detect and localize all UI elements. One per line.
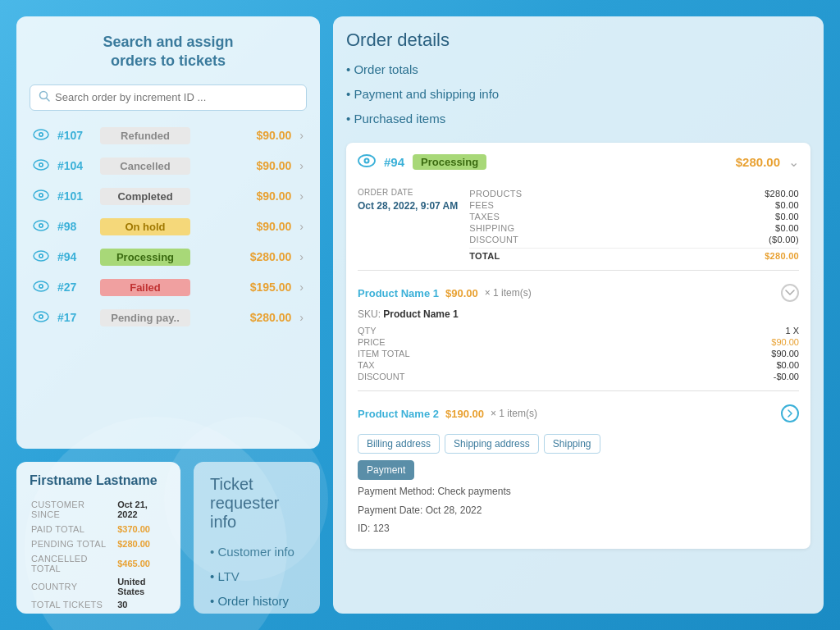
eye-icon xyxy=(33,218,49,235)
order-status-badge: Processing xyxy=(100,249,190,266)
eye-icon xyxy=(358,153,376,171)
order-number: #17 xyxy=(57,311,92,324)
customer-name: Firstname Lastname xyxy=(30,473,167,488)
order-status-badge: Cancelled xyxy=(100,158,190,175)
eye-icon xyxy=(33,188,49,205)
payment-info: Payment Method: Check payments Payment D… xyxy=(358,483,799,538)
qty-value: 1 x xyxy=(785,326,799,336)
order-card-status: Processing xyxy=(413,154,486,170)
order-amount: $90.00 xyxy=(257,220,292,233)
chevron-right-icon: › xyxy=(299,281,304,294)
shipping-value: $0.00 xyxy=(775,223,799,233)
order-row[interactable]: #101 Completed $90.00 › xyxy=(30,183,307,210)
search-box[interactable] xyxy=(30,84,307,111)
fees-value: $0.00 xyxy=(775,200,799,210)
order-date-label: ORDER DATE xyxy=(358,188,458,197)
order-list: #107 Refunded $90.00 › #104 C xyxy=(30,122,307,331)
taxes-value: $0.00 xyxy=(775,212,799,221)
total-tickets-value: 30 xyxy=(109,598,166,611)
ticket-requester-title: Ticket requester info xyxy=(210,475,304,532)
collapse-icon[interactable] xyxy=(781,284,799,302)
tax-value: $0.00 xyxy=(776,360,799,370)
svg-point-10 xyxy=(40,194,42,196)
billing-address-button[interactable]: Billing address xyxy=(358,434,440,454)
search-input[interactable] xyxy=(55,91,298,103)
qty-label: QTY xyxy=(358,326,377,336)
product2-price: $190.00 xyxy=(445,408,484,420)
shipping-address-button[interactable]: Shipping address xyxy=(445,434,539,454)
eye-icon xyxy=(33,279,49,296)
product2-row: Product Name 2 $190.00 × 1 item(s) xyxy=(358,399,799,427)
order-card-amount: $280.00 xyxy=(736,155,780,169)
order-amount: $90.00 xyxy=(257,189,292,203)
order-details-features: Order totals Payment and shipping info P… xyxy=(346,57,810,131)
order-number: #101 xyxy=(57,189,92,203)
item-total-value: $90.00 xyxy=(771,349,799,358)
product1-name: Product Name 1 xyxy=(358,287,439,299)
payment-button[interactable]: Payment xyxy=(358,460,414,480)
tax-detail-row: TAX $0.00 xyxy=(358,359,799,371)
order-row[interactable]: #98 On hold $90.00 › xyxy=(30,213,307,240)
chevron-right-icon: › xyxy=(299,311,304,324)
fees-label: FEES xyxy=(469,200,494,210)
product2-name: Product Name 2 xyxy=(358,408,439,420)
price-label: PRICE xyxy=(358,337,386,347)
fees-row: FEES $0.00 xyxy=(469,199,799,211)
qty-detail-row: QTY 1 x xyxy=(358,325,799,336)
order-amount: $195.00 xyxy=(250,281,292,294)
expand-icon[interactable] xyxy=(781,404,799,422)
pending-total-label: PENDING TOTAL xyxy=(31,537,107,550)
customer-since-label: CUSTOMER SINCE xyxy=(31,498,107,521)
ticket-info-panel: Ticket requester info Customer info LTV … xyxy=(194,462,320,614)
item-total-row: ITEM TOTAL $90.00 xyxy=(358,348,799,359)
svg-point-19 xyxy=(40,285,42,287)
search-orders-panel: Search and assignorders to tickets xyxy=(16,16,320,449)
order-row[interactable]: #104 Cancelled $90.00 › xyxy=(30,153,307,180)
chevron-right-icon: › xyxy=(299,189,304,203)
order-row[interactable]: #27 Failed $195.00 › xyxy=(30,274,307,301)
order-row[interactable]: #107 Refunded $90.00 › xyxy=(30,122,307,149)
payment-id: ID: 123 xyxy=(358,520,799,538)
tax-label: TAX xyxy=(358,360,375,370)
product2-qty: × 1 item(s) xyxy=(491,408,537,419)
order-amount: $90.00 xyxy=(257,129,292,142)
feature-order-totals: Order totals xyxy=(346,57,810,82)
order-row[interactable]: #17 Pending pay.. $280.00 › xyxy=(30,304,307,331)
eye-icon xyxy=(33,127,49,144)
chevron-right-icon: › xyxy=(299,250,304,263)
sku-row: SKU: Product Name 1 xyxy=(358,307,799,322)
products-label: PRODUCTS xyxy=(469,189,522,199)
eye-icon xyxy=(33,309,49,326)
order-number: #27 xyxy=(57,281,92,294)
eye-icon xyxy=(33,249,49,266)
ticket-feature-history: Order history xyxy=(210,589,304,614)
cancelled-total-label: CANCELLED TOTAL xyxy=(31,552,107,575)
svg-point-22 xyxy=(40,316,42,317)
country-label: COUNTRY xyxy=(31,577,107,596)
total-value: $280.00 xyxy=(765,251,799,261)
product1-row: Product Name 1 $90.00 × 1 item(s) xyxy=(358,279,799,307)
discount-value: ($0.00) xyxy=(769,235,799,244)
shipping-button[interactable]: Shipping xyxy=(544,434,600,454)
ticket-feature-customer: Customer info xyxy=(210,540,304,564)
order-card-header: #94 Processing $280.00 ⌄ xyxy=(358,153,799,180)
product1-qty: × 1 item(s) xyxy=(485,287,532,299)
svg-line-1 xyxy=(47,98,50,101)
product1-price: $90.00 xyxy=(445,287,478,299)
pending-total-value: $280.00 xyxy=(109,537,166,550)
order-number: #98 xyxy=(57,220,92,233)
feature-payment-shipping: Payment and shipping info xyxy=(346,82,810,107)
feature-purchased-items: Purchased items xyxy=(346,107,810,131)
order-card: #94 Processing $280.00 ⌄ ORDER DATE Oct … xyxy=(346,143,810,549)
order-date-value: Oct 28, 2022, 9:07 AM xyxy=(358,200,458,212)
item-detail-table: QTY 1 x PRICE $90.00 ITEM TOTAL $90.00 T… xyxy=(358,325,799,382)
order-number: #104 xyxy=(57,159,92,172)
payment-method: Payment Method: Check payments xyxy=(358,483,799,501)
country-value: United States xyxy=(109,577,166,596)
ticket-feature-ltv: LTV xyxy=(210,564,304,589)
order-row[interactable]: #94 Processing $280.00 › xyxy=(30,244,307,271)
discount-row: DISCOUNT ($0.00) xyxy=(469,234,799,245)
search-icon xyxy=(39,90,50,105)
shipping-label: SHIPPING xyxy=(469,223,514,233)
chevron-right-icon: › xyxy=(299,159,304,172)
